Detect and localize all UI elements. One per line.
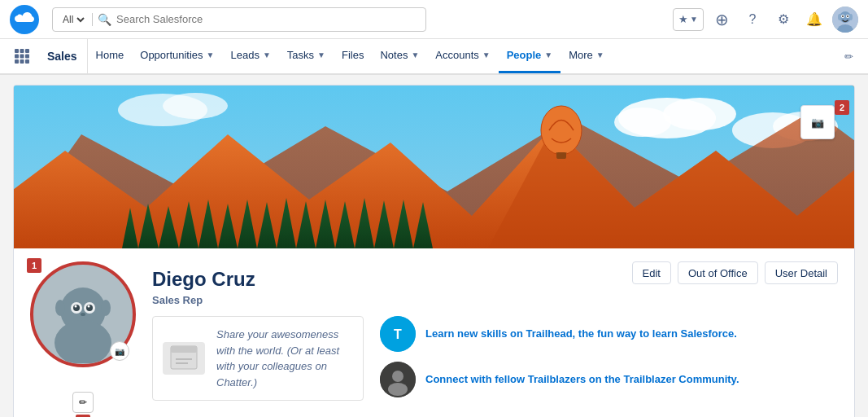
utility-icons: ★ ▼ ⊕ ? ⚙ 🔔 [673, 7, 858, 33]
chevron-icon: ▼ [263, 50, 271, 59]
svg-point-6 [847, 15, 848, 17]
svg-rect-12 [15, 55, 19, 59]
chevron-icon: ▼ [544, 50, 552, 59]
avatar-edit-button[interactable]: ✏ [72, 392, 94, 413]
svg-point-58 [88, 305, 90, 308]
utility-bar: All 🔍 ★ ▼ ⊕ ? ⚙ 🔔 [0, 0, 868, 39]
nav-item-notes[interactable]: Notes ▼ [372, 39, 427, 73]
search-input[interactable] [116, 13, 419, 25]
svg-rect-15 [15, 59, 19, 64]
svg-point-25 [163, 93, 228, 119]
bio-text: Share your awesomeness with the world. (… [216, 327, 353, 390]
svg-rect-63 [171, 346, 197, 353]
star-icon: ★ [678, 13, 688, 25]
profile-actions: Edit Out of Office User Detail [632, 261, 838, 284]
nav-item-leads[interactable]: Leads ▼ [223, 39, 279, 73]
svg-rect-13 [20, 55, 24, 59]
edit-button[interactable]: Edit [632, 261, 671, 284]
svg-point-70 [388, 383, 408, 396]
favorites-button[interactable]: ★ ▼ [673, 8, 704, 31]
profile-avatar[interactable] [832, 7, 858, 33]
avatar-camera-button[interactable]: 📷 [110, 341, 129, 361]
nav-item-accounts[interactable]: Accounts ▼ [427, 39, 498, 73]
trailhead-links: T Learn new skills on Trailhead, the fun… [380, 316, 838, 401]
profile-content: 1 [14, 248, 854, 417]
pencil-icon: ✏ [79, 397, 87, 408]
nav-item-files[interactable]: Files [334, 39, 372, 73]
banner-camera-button[interactable]: 📷 [800, 105, 835, 139]
svg-text:T: T [394, 327, 402, 341]
avatar-area: 1 [30, 261, 136, 405]
trailhead-link-anchor-2[interactable]: Connect with fellow Trailblazers on the … [425, 373, 739, 385]
camera-icon: 📷 [115, 347, 124, 356]
bio-area: Share your awesomeness with the world. (… [152, 316, 838, 401]
notifications-icon[interactable]: 🔔 [801, 7, 827, 33]
chevron-icon: ▼ [482, 50, 491, 59]
chevron-down-icon: ▼ [690, 15, 698, 24]
svg-rect-9 [15, 49, 19, 53]
nav-edit-button[interactable]: ✏ [836, 39, 861, 73]
trailhead-link-2: Connect with fellow Trailblazers on the … [380, 362, 838, 397]
trailhead-link-1: T Learn new skills on Trailhead, the fun… [380, 316, 838, 352]
badge-1: 1 [27, 258, 41, 273]
svg-point-69 [392, 371, 403, 382]
trailhead-text-1: Learn new skills on Trailhead, the fun w… [425, 327, 737, 341]
chevron-icon: ▼ [411, 50, 419, 59]
nav-item-home[interactable]: Home [88, 39, 133, 73]
svg-point-21 [614, 108, 671, 137]
nav-bar: Sales Home Opportunities ▼ Leads ▼ Tasks… [0, 39, 868, 75]
nav-item-opportunities[interactable]: Opportunities ▼ [132, 39, 222, 73]
svg-point-59 [81, 313, 85, 316]
profile-banner: 📷 2 [14, 86, 854, 248]
camera-icon: 📷 [811, 116, 824, 129]
svg-point-57 [75, 305, 77, 308]
nav-item-people[interactable]: People ▼ [499, 39, 561, 73]
svg-point-5 [842, 15, 844, 17]
svg-point-8 [849, 14, 853, 20]
profile-wrapper: 📷 2 1 [13, 85, 855, 417]
svg-point-60 [55, 300, 65, 316]
badge-2: 2 [835, 100, 849, 115]
user-detail-button[interactable]: User Detail [765, 261, 838, 284]
svg-rect-10 [20, 49, 24, 53]
svg-rect-16 [20, 59, 24, 64]
search-scope-select[interactable]: All [59, 13, 87, 26]
search-container: All 🔍 [52, 7, 426, 32]
app-name: Sales [37, 39, 88, 73]
trailhead-icon-2 [380, 362, 416, 397]
app-launcher-button[interactable] [7, 39, 37, 73]
svg-point-61 [101, 300, 111, 316]
svg-point-7 [838, 14, 841, 20]
chevron-icon: ▼ [207, 50, 215, 59]
svg-rect-17 [25, 59, 29, 64]
search-icon: 🔍 [98, 13, 111, 26]
out-of-office-button[interactable]: Out of Office [678, 261, 758, 284]
chevron-icon: ▼ [596, 50, 604, 59]
nav-item-tasks[interactable]: Tasks ▼ [279, 39, 334, 73]
svg-rect-11 [25, 49, 29, 53]
chevron-icon: ▼ [317, 50, 325, 59]
profile-title: Sales Rep [152, 294, 838, 306]
trailhead-icon-1: T [380, 316, 416, 352]
add-button[interactable]: ⊕ [709, 7, 735, 33]
nav-item-more[interactable]: More ▼ [560, 39, 613, 73]
svg-rect-14 [25, 55, 29, 59]
svg-point-45 [541, 106, 582, 155]
svg-point-20 [663, 98, 736, 130]
setup-icon[interactable]: ⚙ [770, 7, 796, 33]
bio-card: Share your awesomeness with the world. (… [152, 316, 364, 401]
trailhead-text-2: Connect with fellow Trailblazers on the … [425, 372, 739, 387]
bio-card-icon [163, 342, 205, 375]
help-button[interactable]: ? [739, 7, 765, 33]
salesforce-logo[interactable] [10, 5, 39, 34]
trailhead-link-anchor-1[interactable]: Learn new skills on Trailhead, the fun w… [425, 327, 737, 340]
